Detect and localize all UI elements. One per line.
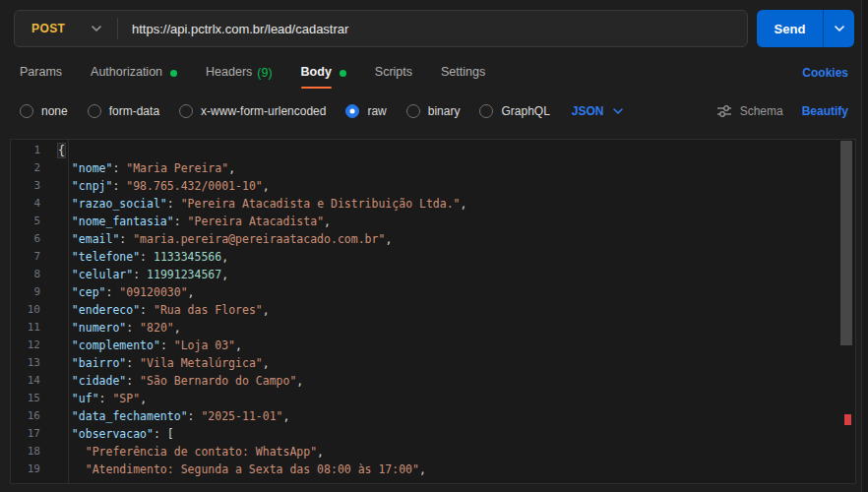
radio-label: GraphQL (501, 104, 549, 118)
code-line: 3 "cnpj": "98.765.432/0001-10", (11, 177, 855, 195)
editor-scrollbar[interactable] (839, 140, 853, 483)
code-text: "nome_fantasia": "Pereira Atacadista", (54, 213, 331, 230)
code-line: 7 "telefone": 1133345566, (11, 248, 855, 266)
radio-label: x-www-form-urlencoded (201, 104, 326, 118)
line-number: 6 (11, 230, 54, 248)
code-text: "bairro": "Vila Metalúrgica", (54, 354, 270, 372)
code-line: 14 "cidade": "São Bernardo do Campo", (11, 372, 855, 390)
code-text: "data_fechamento": "2025-11-01", (54, 407, 289, 425)
scrollbar-error-marker (844, 414, 851, 425)
code-text: "cidade": "São Bernardo do Campo", (54, 372, 303, 390)
code-text: "telefone": 1133345566, (54, 248, 228, 266)
scrollbar-thumb[interactable] (840, 141, 852, 345)
body-type-bar: noneform-datax-www-form-urlencodedrawbin… (20, 98, 848, 124)
code-line: 19 "Atendimento: Segunda a Sexta das 08:… (11, 461, 855, 478)
tab-headers[interactable]: Headers(9) (206, 65, 273, 81)
radio-icon (179, 104, 193, 118)
code-text: "razao_social": "Pereira Atacadista e Di… (54, 195, 466, 213)
tab-label: Params (20, 65, 62, 81)
body-type-binary[interactable]: binary (406, 104, 461, 118)
line-number: 2 (11, 159, 54, 177)
language-selector[interactable]: JSON (572, 104, 623, 118)
url-bar: POST (14, 10, 748, 47)
tab-body[interactable]: Body (301, 65, 346, 81)
code-line: 15 "uf": "SP", (11, 390, 855, 407)
green-status-dot (340, 70, 346, 77)
method-chevron-down-icon[interactable] (92, 26, 101, 31)
tab-authorization[interactable]: Authorization (91, 65, 177, 81)
line-number: 13 (11, 354, 54, 372)
tab-count: (9) (257, 66, 272, 80)
request-tabs: ParamsAuthorizationHeaders(9)BodyScripts… (20, 60, 848, 86)
code-line: 9 "cep": "09120030", (11, 283, 855, 301)
send-options-button[interactable] (823, 10, 854, 47)
code-line: 16 "data_fechamento": "2025-11-01", (11, 407, 855, 425)
language-selector-label: JSON (572, 104, 604, 118)
tab-label: Scripts (375, 65, 412, 81)
radio-icon (345, 104, 359, 118)
line-number: 5 (11, 213, 54, 230)
method-selector[interactable]: POST (15, 22, 92, 35)
radio-label: form-data (109, 104, 159, 118)
tab-params[interactable]: Params (20, 65, 62, 81)
code-line: 6 "email": "maria.pereira@pereiraatacado… (11, 230, 855, 248)
schema-label: Schema (740, 104, 783, 118)
code-line: 18 "Preferência de contato: WhatsApp", (11, 443, 855, 461)
schema-button[interactable]: Schema (716, 104, 783, 118)
line-number: 19 (11, 461, 54, 478)
code-lines: 1{2 "nome": "Maria Pereira",3 "cnpj": "9… (11, 140, 855, 478)
code-line: 13 "bairro": "Vila Metalúrgica", (11, 354, 855, 372)
code-text: "observacao": [ (54, 425, 174, 443)
code-line: 17 "observacao": [ (11, 425, 855, 443)
code-line: 1{ (11, 142, 855, 159)
cookies-link[interactable]: Cookies (802, 66, 848, 80)
radio-label: none (41, 104, 68, 118)
tab-scripts[interactable]: Scripts (375, 65, 412, 81)
url-input[interactable] (132, 22, 747, 36)
code-text: "Atendimento: Segunda a Sexta das 08:00 … (54, 461, 426, 478)
radio-icon (406, 104, 420, 118)
code-line: 11 "numero": "820", (11, 319, 855, 337)
line-number: 10 (11, 301, 54, 319)
line-number: 12 (11, 337, 54, 354)
line-number: 4 (11, 195, 54, 213)
tab-label: Headers (206, 65, 252, 81)
radio-icon (20, 104, 33, 118)
line-number: 9 (11, 283, 54, 301)
body-type-form-data[interactable]: form-data (88, 104, 159, 118)
line-number: 1 (11, 142, 54, 159)
chevron-down-icon (835, 26, 844, 31)
right-panel-edge (861, 0, 868, 492)
green-status-dot (170, 70, 177, 77)
code-text: "nome": "Maria Pereira", (54, 159, 235, 177)
sliders-icon (716, 104, 732, 118)
line-number: 11 (11, 319, 54, 337)
divider (117, 18, 118, 39)
code-line: 12 "complemento": "Loja 03", (11, 337, 855, 354)
beautify-button[interactable]: Beautify (802, 104, 848, 118)
code-text: "celular": 11991234567, (54, 266, 228, 283)
line-number: 16 (11, 407, 54, 425)
tab-settings[interactable]: Settings (441, 65, 485, 81)
code-text: "endereco": "Rua das Flores", (54, 301, 270, 319)
send-button[interactable]: Send (757, 10, 823, 47)
code-text: "Preferência de contato: WhatsApp", (54, 443, 324, 461)
line-number: 7 (11, 248, 54, 266)
code-text: "uf": "SP", (54, 390, 147, 407)
code-text: "complemento": "Loja 03", (54, 337, 242, 354)
code-line: 10 "endereco": "Rua das Flores", (11, 301, 855, 319)
radio-label: binary (428, 104, 461, 118)
body-type-graphql[interactable]: GraphQL (479, 104, 549, 118)
line-number: 14 (11, 372, 54, 390)
code-text: "cnpj": "98.765.432/0001-10", (54, 177, 270, 195)
code-text: "numero": "820", (54, 319, 181, 337)
send-button-group: Send (757, 10, 854, 47)
code-text: "email": "maria.pereira@pereiraatacado.c… (54, 230, 392, 248)
radio-label: raw (367, 104, 386, 118)
body-type-raw[interactable]: raw (345, 104, 386, 118)
body-type-none[interactable]: none (20, 104, 68, 118)
line-number: 8 (11, 266, 54, 283)
body-type-x-www-form-urlencoded[interactable]: x-www-form-urlencoded (179, 104, 326, 118)
request-body-editor[interactable]: 1{2 "nome": "Maria Pereira",3 "cnpj": "9… (10, 139, 856, 484)
radio-icon (88, 104, 101, 118)
